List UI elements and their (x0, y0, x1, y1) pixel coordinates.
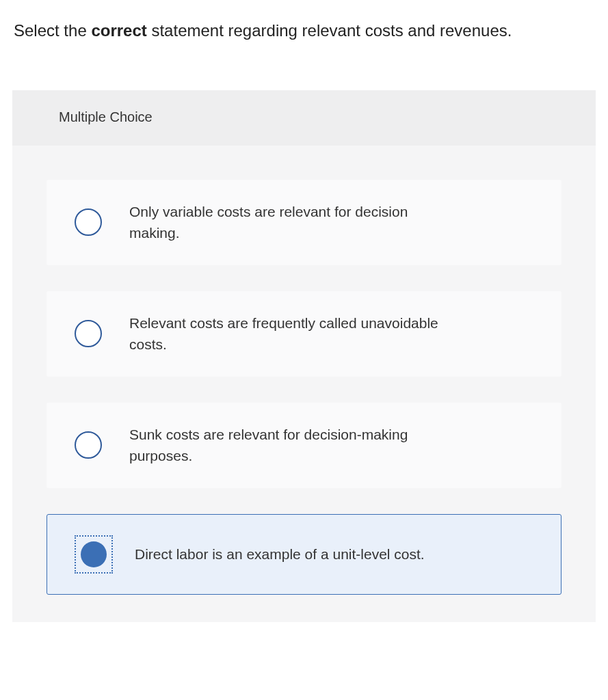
option-3[interactable]: Sunk costs are relevant for decision-mak… (47, 403, 561, 488)
radio-icon-filled (81, 541, 107, 567)
multiple-choice-container: Multiple Choice Only variable costs are … (12, 90, 596, 622)
option-text: Only variable costs are relevant for dec… (129, 201, 458, 244)
option-2[interactable]: Relevant costs are frequently called una… (47, 291, 561, 377)
radio-icon (75, 208, 102, 236)
radio-selected-focus (75, 535, 113, 574)
option-text: Sunk costs are relevant for decision-mak… (129, 424, 458, 467)
question-suffix: statement regarding relevant costs and r… (147, 21, 512, 40)
option-text: Direct labor is an example of a unit-lev… (135, 543, 425, 565)
option-1[interactable]: Only variable costs are relevant for dec… (47, 180, 561, 265)
question-bold: correct (91, 21, 146, 40)
section-label: Multiple Choice (12, 90, 596, 146)
question-prefix: Select the (14, 21, 91, 40)
question-prompt: Select the correct statement regarding r… (0, 0, 608, 56)
radio-icon (75, 320, 102, 347)
option-4[interactable]: Direct labor is an example of a unit-lev… (47, 514, 561, 595)
option-text: Relevant costs are frequently called una… (129, 312, 458, 355)
options-list: Only variable costs are relevant for dec… (12, 146, 596, 622)
radio-icon (75, 431, 102, 459)
